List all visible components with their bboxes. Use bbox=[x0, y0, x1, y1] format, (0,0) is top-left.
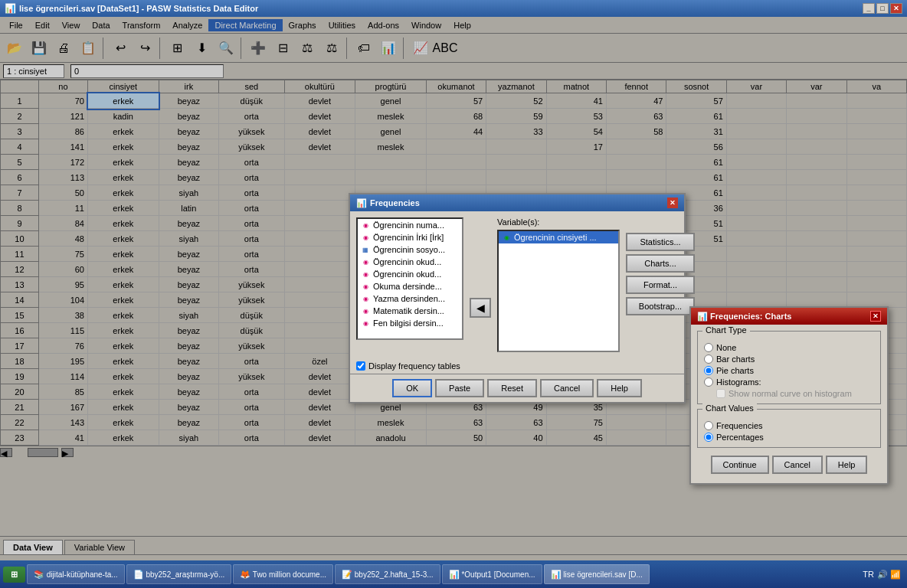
frequencies-footer: OK Paste Reset Cancel Help bbox=[350, 374, 684, 402]
system-tray-icons: 🔊 📶 bbox=[877, 570, 901, 580]
variable-list-label: Variable(s): bbox=[497, 217, 620, 227]
taskbar-right: TR 🔊 📶 bbox=[863, 570, 904, 580]
taskbar-icon-0: 📚 bbox=[34, 570, 44, 580]
language-indicator: TR bbox=[863, 570, 874, 579]
charts-button[interactable]: Charts... bbox=[626, 254, 695, 273]
radio-percentages[interactable] bbox=[704, 433, 713, 442]
var-icon-8: ◉ bbox=[361, 318, 370, 328]
source-item-5[interactable]: ◉ Okuma dersinde... bbox=[358, 280, 462, 292]
source-label-4: Ögrencinin okud... bbox=[373, 270, 441, 279]
source-label-7: Matematik dersin... bbox=[373, 306, 444, 315]
charts-footer: Continue Cancel Help bbox=[697, 452, 881, 477]
var-icon-1: ◉ bbox=[361, 233, 370, 242]
radio-bar[interactable] bbox=[704, 354, 713, 364]
taskbar-btn-0[interactable]: 📚 dijital-kütüphane-ta... bbox=[27, 564, 125, 584]
charts-cancel-button[interactable]: Cancel bbox=[772, 456, 823, 474]
display-tables-checkbox[interactable] bbox=[356, 361, 365, 371]
var-icon-4: ◉ bbox=[361, 270, 370, 279]
chart-values-group: Chart Values Frequencies Percentages bbox=[697, 409, 881, 448]
minimize-button[interactable]: _ bbox=[863, 3, 875, 14]
chart-type-label: Chart Type bbox=[702, 325, 750, 335]
help-button[interactable]: Help bbox=[597, 379, 642, 397]
var-icon-2: ▦ bbox=[361, 245, 370, 254]
taskbar-btn-3[interactable]: 📝 bby252_2.hafta_15-3... bbox=[335, 564, 440, 584]
taskbar-icon-1: 📄 bbox=[133, 570, 144, 580]
source-item-0[interactable]: ◉ Ögrencinin numa... bbox=[358, 219, 462, 231]
radio-pie[interactable] bbox=[704, 366, 713, 375]
taskbar-btn-5[interactable]: 📊 lise ögrencileri.sav [D... bbox=[544, 564, 650, 584]
taskbar-btn-1[interactable]: 📄 bby252_araştırma-yö... bbox=[126, 564, 232, 584]
source-item-3[interactable]: ◉ Ögrencinin okud... bbox=[358, 256, 462, 268]
radio-histogram[interactable] bbox=[704, 377, 713, 387]
paste-button[interactable]: Paste bbox=[435, 379, 484, 397]
charts-help-button[interactable]: Help bbox=[826, 456, 868, 474]
source-item-8[interactable]: ◉ Fen bilgisi dersin... bbox=[358, 317, 462, 329]
source-item-1[interactable]: ◉ Ögrencinin İrki [İrk] bbox=[358, 231, 462, 243]
radio-percentages-label[interactable]: Percentages bbox=[716, 433, 764, 442]
var-icon-7: ◉ bbox=[361, 306, 370, 315]
reset-button[interactable]: Reset bbox=[487, 379, 537, 397]
show-normal-label: Show normal curve on histogram bbox=[729, 389, 852, 398]
taskbar-btn-2[interactable]: 🦊 Two million docume... bbox=[233, 564, 333, 584]
source-label-3: Ögrencinin okud... bbox=[373, 257, 441, 266]
var-icon-0: ◉ bbox=[361, 220, 370, 230]
target-variable-list[interactable]: ◉ Ögrencinin cinsiyeti ... bbox=[497, 230, 620, 352]
source-item-2[interactable]: ▦ Ögrencinin sosyo... bbox=[358, 243, 462, 256]
format-button[interactable]: Format... bbox=[626, 276, 695, 294]
charts-title-text: Frequencies: Charts bbox=[710, 312, 791, 321]
radio-frequencies-label[interactable]: Frequencies bbox=[716, 421, 763, 430]
taskbar: ⊞ 📚 dijital-kütüphane-ta... 📄 bby252_ara… bbox=[0, 560, 907, 588]
modal-overlay: 📊 Frequencies ✕ ◉ Ögrencinin numa... ◉ Ö… bbox=[0, 17, 907, 560]
radio-pie-label[interactable]: Pie charts bbox=[716, 366, 754, 375]
frequencies-side-buttons: Statistics... Charts... Format... Bootst… bbox=[626, 217, 695, 352]
frequencies-body: ◉ Ögrencinin numa... ◉ Ögrencinin İrki [… bbox=[350, 211, 684, 358]
radio-none-row: None bbox=[704, 343, 874, 352]
source-item-7[interactable]: ◉ Matematik dersin... bbox=[358, 305, 462, 317]
var-icon-3: ◉ bbox=[361, 257, 370, 266]
radio-none[interactable] bbox=[704, 343, 713, 352]
source-label-2: Ögrencinin sosyo... bbox=[373, 245, 445, 254]
source-label-8: Fen bilgisi dersin... bbox=[373, 318, 444, 328]
taskbar-btn-4[interactable]: 📊 *Output1 [Documen... bbox=[442, 564, 542, 584]
transfer-arrow-button[interactable]: ◀ bbox=[470, 298, 491, 318]
target-item-0[interactable]: ◉ Ögrencinin cinsiyeti ... bbox=[499, 231, 618, 243]
maximize-button[interactable]: □ bbox=[876, 3, 889, 14]
frequencies-title-text: Frequencies bbox=[370, 198, 420, 207]
radio-none-label[interactable]: None bbox=[716, 343, 736, 352]
source-label-6: Yazma dersinden... bbox=[373, 294, 445, 303]
charts-icon: 📊 bbox=[697, 312, 708, 322]
target-var-icon-0: ◉ bbox=[502, 233, 511, 242]
var-icon-5: ◉ bbox=[361, 282, 370, 291]
charts-close-button[interactable]: ✕ bbox=[870, 311, 881, 322]
display-tables-row: Display frequency tables bbox=[350, 358, 684, 374]
cancel-button[interactable]: Cancel bbox=[540, 379, 594, 397]
source-variable-list[interactable]: ◉ Ögrencinin numa... ◉ Ögrencinin İrki [… bbox=[356, 217, 463, 340]
display-tables-label[interactable]: Display frequency tables bbox=[368, 361, 460, 371]
start-button[interactable]: ⊞ bbox=[3, 567, 25, 583]
target-label-0: Ögrencinin cinsiyeti ... bbox=[514, 233, 597, 242]
radio-pie-row: Pie charts bbox=[704, 366, 874, 375]
title-bar: 📊 lise ögrencileri.sav [DataSet1] - PASW… bbox=[0, 0, 907, 17]
radio-bar-label[interactable]: Bar charts bbox=[716, 354, 755, 364]
bootstrap-button[interactable]: Bootstrap... bbox=[626, 297, 695, 315]
source-item-6[interactable]: ◉ Yazma dersinden... bbox=[358, 292, 462, 305]
continue-button[interactable]: Continue bbox=[711, 456, 769, 474]
radio-histogram-label[interactable]: Histograms: bbox=[716, 377, 761, 387]
radio-frequencies[interactable] bbox=[704, 421, 713, 430]
close-button[interactable]: ✕ bbox=[890, 3, 902, 14]
var-icon-6: ◉ bbox=[361, 294, 370, 303]
frequencies-close-button[interactable]: ✕ bbox=[667, 198, 678, 208]
statistics-button[interactable]: Statistics... bbox=[626, 233, 695, 251]
frequencies-icon: 📊 bbox=[356, 198, 367, 208]
radio-percentages-row: Percentages bbox=[704, 433, 874, 442]
charts-body: Chart Type None Bar charts Pie charts Hi… bbox=[691, 325, 887, 483]
show-normal-checkbox[interactable] bbox=[716, 389, 725, 398]
start-icon: ⊞ bbox=[11, 570, 18, 580]
show-normal-row: Show normal curve on histogram bbox=[716, 389, 874, 398]
taskbar-icon-2: 🦊 bbox=[240, 570, 250, 580]
source-item-4[interactable]: ◉ Ögrencinin okud... bbox=[358, 268, 462, 280]
ok-button[interactable]: OK bbox=[392, 379, 432, 397]
radio-frequencies-row: Frequencies bbox=[704, 421, 874, 430]
taskbar-icon-4: 📊 bbox=[449, 570, 460, 580]
charts-dialog: 📊 Frequencies: Charts ✕ Chart Type None … bbox=[689, 306, 889, 485]
